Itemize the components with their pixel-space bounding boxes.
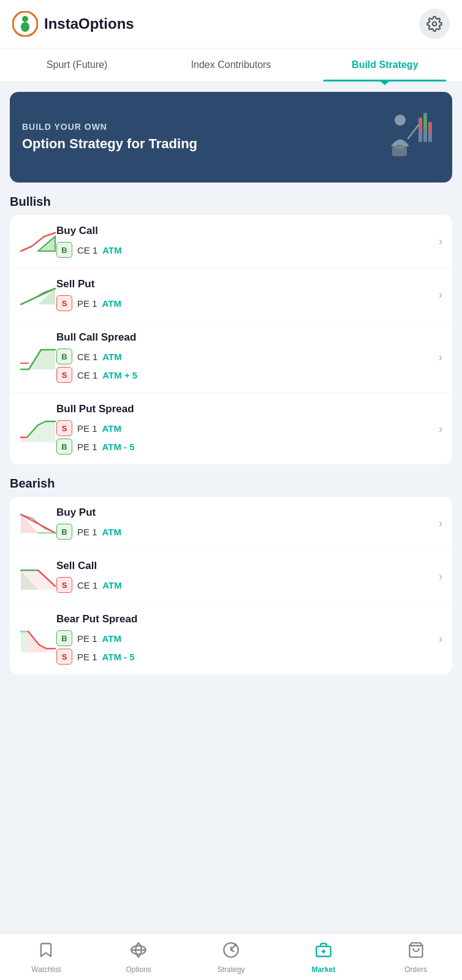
watchlist-label: Watchlist	[31, 965, 61, 974]
svg-rect-17	[396, 145, 403, 148]
bear-put-spread-legs: B PE 1 ATM S PE 1 ATM - 5	[56, 630, 434, 665]
bcs-leg-1: B CE 1 ATM	[56, 349, 434, 364]
chevron-right-icon: ›	[434, 351, 442, 364]
sell-put-info: Sell Put S PE 1 ATM	[56, 278, 434, 311]
bull-call-spread-legs: B CE 1 ATM S CE 1 ATM + 5	[56, 349, 434, 383]
svg-marker-31	[21, 631, 28, 652]
bullish-card: Buy Call B CE 1 ATM › Sell Put	[10, 215, 452, 464]
options-icon	[130, 941, 147, 963]
header: InstaOptions	[0, 0, 462, 48]
nav-strategy[interactable]: Strategy	[185, 934, 278, 980]
buy-put-leg-1: B PE 1 ATM	[56, 524, 434, 540]
sell-badge: S	[56, 295, 72, 311]
bps-leg-2: B PE 1 ATM - 5	[56, 439, 434, 454]
bear-put-spread-item[interactable]: Bear Put Spread B PE 1 ATM S PE 1 ATM - …	[10, 603, 452, 674]
chevron-right-icon: ›	[434, 517, 442, 530]
svg-point-1	[22, 16, 28, 22]
sell-badge: S	[56, 577, 72, 593]
svg-point-2	[21, 22, 29, 32]
bull-call-spread-name: Bull Call Spread	[56, 331, 434, 344]
tab-build-strategy[interactable]: Build Strategy	[308, 48, 462, 81]
sell-badge: S	[56, 649, 72, 665]
sell-call-chart	[20, 563, 56, 590]
nav-market[interactable]: Market	[277, 934, 369, 980]
buy-call-name: Buy Call	[56, 225, 434, 237]
buy-put-info: Buy Put B PE 1 ATM	[56, 507, 434, 540]
buy-badge: B	[56, 630, 72, 646]
svg-rect-13	[429, 123, 431, 132]
bear-put-spread-name: Bear Put Spread	[56, 613, 434, 625]
sell-call-info: Sell Call S CE 1 ATM	[56, 560, 434, 593]
tab-bar: Spurt (Future) Index Contributors Build …	[0, 48, 462, 82]
bottom-navigation: Watchlist Options Strategy	[0, 933, 462, 980]
bps-leg-1: S PE 1 ATM	[56, 420, 434, 436]
chevron-right-icon: ›	[434, 235, 442, 248]
bull-put-spread-name: Bull Put Spread	[56, 403, 434, 415]
tab-active-indicator	[380, 81, 390, 85]
nav-orders[interactable]: Orders	[369, 934, 462, 980]
sell-put-chart	[20, 281, 56, 308]
orders-icon	[407, 941, 425, 963]
main-content: BUILD YOUR OWN Option Strategy for Tradi…	[0, 82, 462, 741]
sell-badge: S	[56, 367, 72, 383]
banner-title: Option Strategy for Trading	[22, 135, 197, 153]
orders-label: Orders	[404, 965, 427, 974]
bullish-section-title: Bullish	[10, 195, 452, 209]
sell-call-legs: S CE 1 ATM	[56, 577, 434, 593]
buy-put-legs: B PE 1 ATM	[56, 524, 434, 540]
market-icon	[315, 941, 332, 963]
strategy-label: Strategy	[218, 965, 245, 974]
buy-call-leg-1: B CE 1 ATM	[56, 242, 434, 258]
settings-button[interactable]	[419, 9, 450, 39]
bcs-leg-2: S CE 1 ATM + 5	[56, 367, 434, 383]
chevron-right-icon: ›	[434, 423, 442, 435]
bearish-section-title: Bearish	[10, 477, 452, 491]
sell-put-legs: S PE 1 ATM	[56, 295, 434, 311]
buy-put-item[interactable]: Buy Put B PE 1 ATM ›	[10, 497, 452, 550]
banner-subtitle: BUILD YOUR OWN	[22, 122, 197, 132]
svg-marker-20	[21, 350, 55, 369]
buy-call-legs: B CE 1 ATM	[56, 242, 434, 258]
buy-badge: B	[56, 439, 72, 454]
nav-watchlist[interactable]: Watchlist	[0, 934, 93, 980]
bull-put-spread-legs: S PE 1 ATM B PE 1 ATM - 5	[56, 420, 434, 454]
sell-put-leg-1: S PE 1 ATM	[56, 295, 434, 311]
tab-index-contributors[interactable]: Index Contributors	[154, 48, 308, 81]
bull-put-spread-item[interactable]: Bull Put Spread S PE 1 ATM B PE 1 ATM - …	[10, 393, 452, 464]
chevron-right-icon: ›	[434, 633, 442, 646]
sell-call-name: Sell Call	[56, 560, 434, 572]
logo-area: InstaOptions	[12, 11, 134, 37]
buy-call-chart	[20, 228, 56, 255]
buy-call-item[interactable]: Buy Call B CE 1 ATM ›	[10, 215, 452, 268]
bear-put-spread-chart	[20, 625, 56, 652]
svg-point-3	[433, 22, 437, 26]
chevron-right-icon: ›	[434, 570, 442, 583]
sell-put-name: Sell Put	[56, 278, 434, 290]
nav-options[interactable]: Options	[93, 934, 185, 980]
buy-put-chart	[20, 510, 56, 537]
svg-marker-24	[21, 437, 27, 442]
bps2-leg-2: S PE 1 ATM - 5	[56, 649, 434, 665]
sell-call-item[interactable]: Sell Call S CE 1 ATM ›	[10, 550, 452, 603]
chevron-right-icon: ›	[434, 288, 442, 301]
tab-spurt[interactable]: Spurt (Future)	[0, 48, 154, 81]
gear-icon	[426, 16, 442, 32]
svg-point-14	[395, 115, 406, 126]
buy-badge: B	[56, 524, 72, 540]
svg-rect-7	[419, 119, 422, 130]
svg-line-15	[408, 125, 418, 138]
market-label: Market	[311, 965, 335, 974]
banner-illustration	[385, 107, 440, 168]
trader-illustration	[385, 107, 440, 162]
bear-put-spread-info: Bear Put Spread B PE 1 ATM S PE 1 ATM - …	[56, 613, 434, 665]
app-title: InstaOptions	[44, 15, 134, 32]
buy-badge: B	[56, 349, 72, 364]
bull-put-spread-info: Bull Put Spread S PE 1 ATM B PE 1 ATM - …	[56, 403, 434, 454]
logo-icon	[12, 11, 38, 37]
bearish-card: Buy Put B PE 1 ATM › Sell Call	[10, 497, 452, 674]
svg-rect-10	[424, 115, 426, 127]
promo-banner: BUILD YOUR OWN Option Strategy for Tradi…	[10, 92, 452, 183]
bull-call-spread-info: Bull Call Spread B CE 1 ATM S CE 1 ATM +…	[56, 331, 434, 383]
sell-put-item[interactable]: Sell Put S PE 1 ATM ›	[10, 268, 452, 322]
bull-call-spread-item[interactable]: Bull Call Spread B CE 1 ATM S CE 1 ATM +…	[10, 322, 452, 393]
